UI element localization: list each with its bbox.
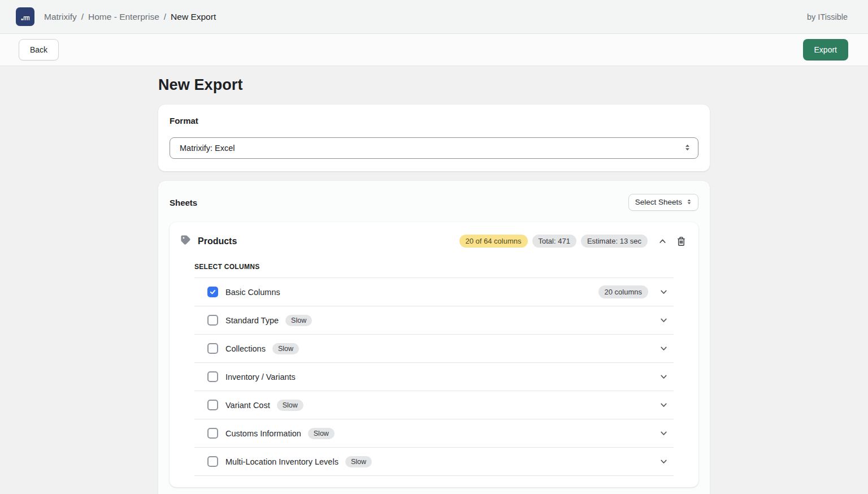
slow-badge: Slow bbox=[345, 456, 372, 467]
chevron-up-icon[interactable] bbox=[657, 235, 669, 247]
chevron-down-icon[interactable] bbox=[658, 427, 670, 439]
trash-icon[interactable] bbox=[675, 235, 688, 248]
export-button[interactable]: Export bbox=[803, 39, 848, 60]
slow-badge: Slow bbox=[272, 343, 299, 354]
sheets-card: Sheets Select Sheets bbox=[158, 181, 710, 494]
breadcrumb-current-new-export: New Export bbox=[171, 12, 216, 22]
select-updown-icon bbox=[687, 198, 692, 207]
column-group-row: Basic Columns 20 columns bbox=[194, 278, 674, 306]
column-group-row: Standard Type Slow bbox=[194, 306, 674, 335]
action-bar: Back Export bbox=[0, 34, 868, 66]
column-group-label: Variant Cost bbox=[225, 401, 270, 410]
columns-count-badge: 20 of 64 columns bbox=[459, 235, 528, 248]
column-group-label: Basic Columns bbox=[225, 288, 280, 297]
chevron-down-icon[interactable] bbox=[658, 286, 670, 298]
breadcrumb: Matrixify / Home - Enterprise / New Expo… bbox=[44, 12, 216, 22]
column-group-row: Inventory / Variants bbox=[194, 363, 674, 391]
main-content: New Export Format Matrixify: Excel Sheet… bbox=[0, 66, 868, 494]
slow-badge: Slow bbox=[277, 400, 303, 411]
total-badge: Total: 471 bbox=[532, 235, 576, 248]
checkbox-checked[interactable] bbox=[207, 287, 218, 297]
select-columns-section: SELECT COLUMNS Basic Columns 20 columns bbox=[194, 263, 674, 476]
chevron-down-icon[interactable] bbox=[658, 456, 670, 467]
page-title: New Export bbox=[158, 76, 868, 94]
column-group-label: Inventory / Variants bbox=[225, 372, 296, 382]
column-group-row: Collections Slow bbox=[194, 335, 674, 363]
column-group-row: Variant Cost Slow bbox=[194, 391, 674, 419]
format-select[interactable]: Matrixify: Excel bbox=[170, 137, 698, 159]
checkbox-unchecked[interactable] bbox=[207, 371, 218, 382]
top-bar: Matrixify / Home - Enterprise / New Expo… bbox=[0, 0, 868, 34]
back-button[interactable]: Back bbox=[19, 39, 59, 60]
column-group-label: Collections bbox=[225, 344, 266, 353]
column-group-row: Multi-Location Inventory Levels Slow bbox=[194, 448, 674, 476]
byline-text: by ITissible bbox=[807, 12, 848, 21]
slow-badge: Slow bbox=[308, 428, 335, 439]
chevron-down-icon[interactable] bbox=[658, 314, 670, 326]
breadcrumb-item-matrixify[interactable]: Matrixify bbox=[44, 12, 77, 22]
format-card-title: Format bbox=[170, 116, 698, 125]
sheet-name: Products bbox=[198, 236, 237, 246]
breadcrumb-item-home-enterprise[interactable]: Home - Enterprise bbox=[88, 12, 159, 22]
columns-selected-badge: 20 columns bbox=[598, 285, 648, 298]
checkbox-unchecked[interactable] bbox=[207, 315, 218, 326]
format-selected-value: Matrixify: Excel bbox=[180, 144, 235, 153]
checkbox-unchecked[interactable] bbox=[207, 400, 218, 410]
select-sheets-button[interactable]: Select Sheets bbox=[628, 194, 698, 211]
chevron-down-icon[interactable] bbox=[658, 399, 670, 411]
checkbox-unchecked[interactable] bbox=[207, 428, 218, 439]
column-group-row: Customs Information Slow bbox=[194, 419, 674, 448]
breadcrumb-separator: / bbox=[164, 12, 166, 22]
select-updown-icon bbox=[684, 144, 691, 153]
column-group-label: Standard Type bbox=[225, 316, 279, 325]
column-group-label: Customs Information bbox=[225, 429, 301, 438]
breadcrumb-separator: / bbox=[81, 12, 84, 22]
sheets-card-title: Sheets bbox=[170, 198, 197, 207]
select-sheets-label: Select Sheets bbox=[635, 198, 682, 206]
products-sheet-card: Products 20 of 64 columns Total: 471 Est… bbox=[170, 222, 698, 487]
chevron-down-icon[interactable] bbox=[658, 371, 670, 383]
chevron-down-icon[interactable] bbox=[658, 343, 670, 354]
products-sheet-header: Products 20 of 64 columns Total: 471 Est… bbox=[170, 222, 698, 252]
column-group-label: Multi-Location Inventory Levels bbox=[225, 457, 338, 466]
matrixify-logo-icon[interactable] bbox=[16, 7, 34, 26]
format-card: Format Matrixify: Excel bbox=[158, 105, 710, 171]
checkbox-unchecked[interactable] bbox=[207, 456, 218, 467]
checkbox-unchecked[interactable] bbox=[207, 343, 218, 354]
select-columns-title: SELECT COLUMNS bbox=[194, 263, 674, 278]
slow-badge: Slow bbox=[285, 315, 312, 326]
estimate-badge: Estimate: 13 sec bbox=[581, 235, 648, 248]
tag-icon bbox=[180, 234, 192, 248]
